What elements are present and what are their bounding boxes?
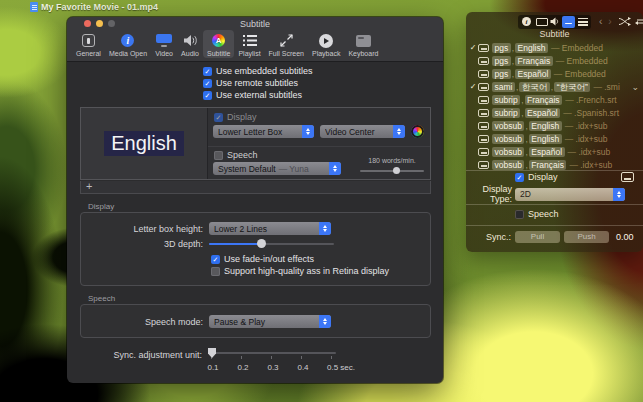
toolbar-item-full-screen[interactable]: Full Screen: [265, 30, 308, 58]
speaker-icon: [550, 17, 560, 26]
subtitle-track-icon: [478, 148, 489, 156]
preferences-window: Subtitle General i Media Open Video Audi…: [67, 17, 443, 383]
video-tab[interactable]: [534, 16, 547, 28]
general-icon: [82, 32, 95, 49]
depth-label: 3D depth:: [81, 239, 209, 249]
chevron-down-icon[interactable]: [631, 82, 639, 92]
subtitle-style-controls: Display Lower Letter Box Video Center: [208, 108, 430, 179]
sync-adjustment-slider[interactable]: [208, 348, 336, 360]
toolbar-item-media-open[interactable]: i Media Open: [105, 30, 151, 58]
checkbox-checked-icon: [211, 255, 220, 264]
track-row[interactable]: vobsub Español — .idx+sub: [466, 145, 643, 158]
letterbox-height-label: Letter box height:: [81, 224, 209, 234]
subtitle-track-icon: [478, 96, 489, 104]
window-titlebar[interactable]: Subtitle: [67, 17, 443, 29]
track-row-selected[interactable]: ✓ sami 한국어 “한국어” — .smi: [466, 80, 643, 93]
subtitle-track-icon: [478, 83, 489, 91]
add-style-bar: +: [80, 181, 431, 194]
speech-checkbox[interactable]: [214, 151, 223, 160]
movie-title-text: My Favorite Movie - 01.mp4: [41, 2, 158, 12]
checkbox-checked-icon: [203, 79, 212, 88]
checkbox-checked-icon: [203, 91, 212, 100]
subtitle-source-checkboxes: Use embedded subtitles Use remote subtit…: [203, 65, 313, 101]
next-icon[interactable]: ›: [608, 17, 611, 27]
hud-panel-title: Subtitle: [466, 29, 643, 39]
toolbar-item-video[interactable]: Video: [151, 30, 177, 58]
track-row[interactable]: pgs Français — Embedded: [466, 54, 643, 67]
sync-push-button[interactable]: Push: [564, 231, 609, 243]
subtitle-track-icon: [478, 122, 489, 130]
playlist-icon: [243, 32, 257, 49]
track-row[interactable]: vobsub English — .idx+sub: [466, 132, 643, 145]
movie-window-title: My Favorite Movie - 01.mp4: [30, 1, 158, 13]
track-row[interactable]: pgs Español — Embedded: [466, 67, 643, 80]
use-external-subtitles-checkbox[interactable]: Use external subtitles: [203, 89, 313, 101]
divider: [466, 204, 643, 205]
track-row[interactable]: subrip Français — .French.srt: [466, 93, 643, 106]
subtitle-hud-panel: i ‹ › Subtitle ✓ pgs: [466, 12, 643, 252]
checkbox-unchecked-icon: [515, 210, 524, 219]
track-row[interactable]: subrip Español — .Spanish.srt: [466, 106, 643, 119]
hud-speech-checkbox[interactable]: Speech: [515, 209, 559, 219]
track-row[interactable]: ✓ pgs English — Embedded: [466, 41, 643, 54]
track-checkmark: ✓: [468, 43, 478, 52]
toolbar-item-playback[interactable]: Playback: [308, 30, 344, 58]
stepper-icon: [613, 188, 625, 201]
display-type-dropdown[interactable]: 2D: [515, 188, 625, 201]
fade-effects-checkbox[interactable]: Use fade-in/out effects: [211, 253, 430, 265]
slider-thumb[interactable]: [208, 348, 216, 358]
playback-icon: [319, 32, 333, 49]
media-open-icon: i: [121, 32, 134, 49]
hud-display-checkbox[interactable]: Display: [515, 172, 558, 182]
add-style-button[interactable]: +: [86, 181, 92, 192]
slider-thumb[interactable]: [393, 167, 400, 174]
subtitle-track-icon: [478, 109, 489, 117]
shuffle-icon[interactable]: [619, 17, 631, 26]
use-remote-subtitles-checkbox[interactable]: Use remote subtitles: [203, 77, 313, 89]
repeat-icon[interactable]: [635, 17, 643, 26]
subtitle-display-icon: [621, 172, 634, 182]
audio-tab[interactable]: [548, 16, 561, 28]
stepper-icon: [302, 125, 314, 138]
subtitle-preview: English: [81, 108, 208, 179]
track-checkmark: ✓: [468, 82, 478, 91]
playlist-tab[interactable]: [576, 16, 589, 28]
previous-icon[interactable]: ‹: [599, 17, 602, 27]
toolbar-item-keyboard[interactable]: Keyboard: [344, 30, 382, 58]
toolbar-item-playlist[interactable]: Playlist: [234, 30, 264, 58]
sync-pull-button[interactable]: Pull: [515, 231, 560, 243]
retina-ass-checkbox[interactable]: Support high-quality ass in Retina displ…: [211, 265, 430, 277]
checkbox-checked-icon: [203, 67, 212, 76]
display-type-label: Display Type:: [466, 184, 515, 204]
subtitle-tab-selected[interactable]: [562, 16, 575, 28]
slider-thumb[interactable]: [257, 239, 266, 248]
list-icon: [578, 18, 588, 26]
subtitle-track-icon: [478, 57, 489, 65]
subtitle-style-row[interactable]: English Display Lower Letter Box Video C…: [80, 107, 431, 180]
speech-mode-dropdown[interactable]: Pause & Play: [209, 315, 331, 328]
document-icon: [30, 2, 38, 12]
toolbar-item-audio[interactable]: Audio: [177, 30, 203, 58]
info-tab[interactable]: i: [520, 16, 533, 28]
subtitle-icon: [212, 32, 225, 49]
use-embedded-subtitles-checkbox[interactable]: Use embedded subtitles: [203, 65, 313, 77]
speech-rate-slider[interactable]: [360, 167, 424, 175]
toolbar-item-subtitle[interactable]: Subtitle: [203, 30, 234, 58]
depth-slider[interactable]: [209, 239, 334, 248]
subtitle-track-icon: [478, 44, 489, 52]
letterbox-height-dropdown[interactable]: Lower 2 Lines: [209, 222, 331, 235]
toolbar-item-general[interactable]: General: [72, 30, 105, 58]
color-wheel-icon[interactable]: [411, 125, 424, 138]
track-row[interactable]: vobsub English — .idx+sub: [466, 119, 643, 132]
hud-tab-bar: i: [518, 15, 591, 29]
anchor-position-dropdown[interactable]: Video Center: [320, 125, 405, 138]
stepper-icon: [319, 222, 331, 235]
divider: [466, 170, 643, 171]
subtitle-track-icon: [478, 161, 489, 169]
divider: [208, 146, 430, 147]
voice-dropdown[interactable]: System Default— Yuna: [213, 162, 341, 175]
letterbox-position-dropdown[interactable]: Lower Letter Box: [213, 125, 314, 138]
display-group-label: Display: [88, 202, 114, 211]
speech-mode-label: Speech mode:: [81, 317, 209, 327]
display-checkbox[interactable]: [214, 113, 223, 122]
